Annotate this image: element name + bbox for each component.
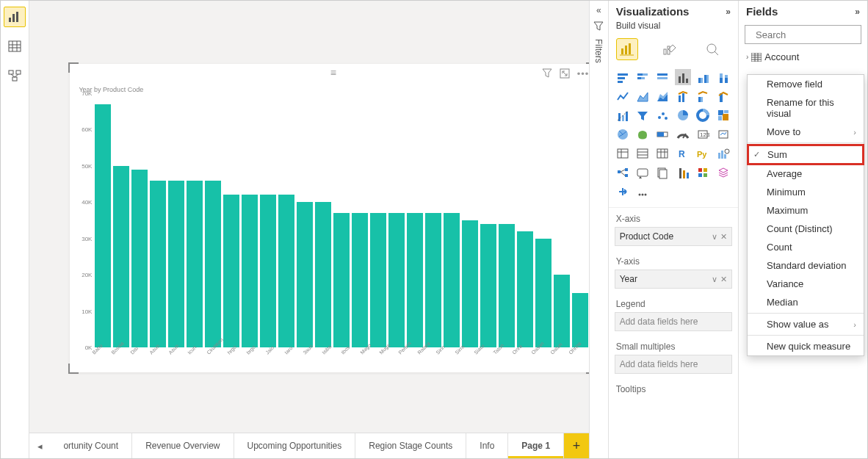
model-view-icon[interactable] xyxy=(4,65,26,86)
menu-show-value-as[interactable]: Show value as› xyxy=(748,315,864,333)
add-page-button[interactable]: + xyxy=(564,433,589,458)
menu-minimum[interactable]: Minimum xyxy=(748,183,864,201)
page-tab[interactable]: Info xyxy=(466,433,508,458)
report-view-icon[interactable] xyxy=(4,7,26,27)
viz-type-icon[interactable]: 123 xyxy=(695,126,711,142)
table-account-row[interactable]: › Account xyxy=(739,50,867,64)
viz-type-icon[interactable] xyxy=(615,145,631,162)
viz-type-icon[interactable] xyxy=(654,126,670,142)
page-tab[interactable]: Upcoming Opportunities xyxy=(234,433,356,458)
filter-icon[interactable] xyxy=(542,68,552,81)
menu-move-to[interactable]: Move to› xyxy=(748,123,864,141)
fields-search-box[interactable] xyxy=(745,25,861,44)
viz-type-icon[interactable] xyxy=(675,126,691,142)
viz-type-icon[interactable] xyxy=(675,69,691,85)
small-multiples-well[interactable]: Add data fields here xyxy=(615,355,732,374)
resize-handle-tl[interactable] xyxy=(68,62,79,73)
viz-type-icon[interactable] xyxy=(634,88,651,104)
viz-type-icon[interactable] xyxy=(615,107,631,123)
bar[interactable] xyxy=(499,224,515,347)
viz-type-icon[interactable] xyxy=(654,69,670,85)
menu-variance[interactable]: Variance xyxy=(748,275,864,293)
bar[interactable] xyxy=(205,181,221,347)
bar[interactable] xyxy=(554,275,570,347)
remove-field-icon[interactable]: ✕ xyxy=(720,275,727,284)
bar[interactable] xyxy=(223,195,239,347)
bar[interactable] xyxy=(150,181,166,347)
viz-type-icon[interactable] xyxy=(634,184,651,200)
remove-field-icon[interactable]: ✕ xyxy=(720,232,727,242)
build-visual-tab[interactable] xyxy=(616,38,638,60)
bar[interactable] xyxy=(260,195,276,347)
resize-handle-bl[interactable] xyxy=(68,364,79,374)
viz-type-icon[interactable] xyxy=(634,165,651,181)
bar[interactable] xyxy=(517,231,533,347)
viz-type-icon[interactable] xyxy=(675,165,691,181)
yaxis-well[interactable]: Year ∨✕ xyxy=(615,270,732,289)
viz-type-icon[interactable] xyxy=(715,126,731,142)
bar[interactable] xyxy=(95,104,111,347)
viz-type-icon[interactable] xyxy=(715,145,731,162)
viz-type-icon[interactable] xyxy=(695,69,711,85)
viz-type-icon[interactable] xyxy=(695,165,711,181)
viz-type-icon[interactable] xyxy=(634,126,651,142)
bar[interactable] xyxy=(462,220,478,347)
viz-type-icon[interactable] xyxy=(715,69,731,85)
chevron-down-icon[interactable]: ∨ xyxy=(712,275,717,284)
filters-label[interactable]: Filters xyxy=(593,39,604,63)
viz-type-icon[interactable] xyxy=(654,88,670,104)
bar[interactable] xyxy=(113,166,129,347)
format-visual-tab[interactable] xyxy=(659,38,681,60)
menu-count-distinct[interactable]: Count (Distinct) xyxy=(748,220,864,238)
more-options-icon[interactable]: ••• xyxy=(577,68,589,81)
viz-type-icon[interactable] xyxy=(615,88,631,104)
analytics-tab[interactable] xyxy=(701,38,723,60)
bar[interactable] xyxy=(187,181,203,347)
viz-type-icon[interactable] xyxy=(715,88,731,104)
viz-type-icon[interactable] xyxy=(615,184,631,200)
focus-mode-icon[interactable] xyxy=(560,68,570,81)
bar[interactable] xyxy=(297,202,313,347)
viz-type-icon[interactable] xyxy=(615,165,631,181)
menu-new-quick-measure[interactable]: New quick measure xyxy=(748,337,864,355)
viz-type-icon[interactable] xyxy=(695,88,711,104)
bar[interactable] xyxy=(388,213,405,347)
viz-type-icon[interactable] xyxy=(634,69,651,85)
bar[interactable] xyxy=(425,213,441,347)
menu-sum[interactable]: ✓Sum xyxy=(747,144,864,165)
menu-std-dev[interactable]: Standard deviation xyxy=(748,256,864,275)
data-view-icon[interactable] xyxy=(4,36,26,57)
chart-visual[interactable]: ≡ ••• Year by Product Code 0K10K20K30K40… xyxy=(70,64,589,372)
viz-type-icon[interactable]: Py xyxy=(695,145,711,162)
viz-type-icon[interactable] xyxy=(654,145,670,162)
collapse-viz-pane[interactable]: » xyxy=(726,7,731,17)
viz-type-icon[interactable]: R xyxy=(675,145,691,162)
bar[interactable] xyxy=(370,213,386,347)
viz-type-icon[interactable] xyxy=(654,165,670,181)
viz-type-icon[interactable] xyxy=(615,126,631,142)
bar[interactable] xyxy=(278,195,294,347)
page-tab[interactable]: Revenue Overview xyxy=(132,433,234,458)
menu-remove-field[interactable]: Remove field xyxy=(748,75,864,93)
bar[interactable] xyxy=(444,213,460,347)
viz-type-icon[interactable] xyxy=(695,107,711,123)
bar[interactable] xyxy=(407,213,423,347)
bar[interactable] xyxy=(535,239,551,347)
viz-type-icon[interactable] xyxy=(654,107,670,123)
bar[interactable] xyxy=(242,195,258,347)
menu-average[interactable]: Average xyxy=(748,165,864,183)
bar[interactable] xyxy=(480,224,496,347)
chevron-down-icon[interactable]: ∨ xyxy=(712,232,717,242)
viz-type-icon[interactable] xyxy=(615,69,631,85)
bar[interactable] xyxy=(168,181,184,347)
collapse-fields-pane[interactable]: » xyxy=(855,7,860,17)
bar[interactable] xyxy=(131,170,148,347)
page-tab[interactable]: ortunity Count xyxy=(50,433,132,458)
viz-type-icon[interactable] xyxy=(715,107,731,123)
xaxis-well[interactable]: Product Code ∨✕ xyxy=(615,227,732,246)
viz-type-icon[interactable] xyxy=(675,88,691,104)
viz-type-icon[interactable] xyxy=(634,107,651,123)
fields-search-input[interactable] xyxy=(754,29,868,41)
viz-type-icon[interactable] xyxy=(715,165,731,181)
menu-rename-field[interactable]: Rename for this visual xyxy=(748,93,864,123)
